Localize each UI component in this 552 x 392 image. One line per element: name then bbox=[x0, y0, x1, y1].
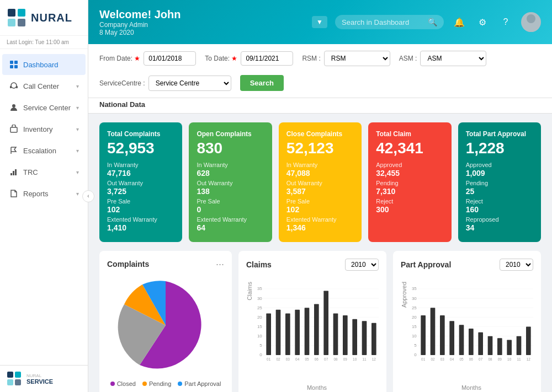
stat-title: Total Claim bbox=[376, 130, 443, 138]
stat-card-close-complaints: Close Complaints 52,123In Warranty 47,08… bbox=[279, 122, 362, 242]
service-centre-label: ServiceCentre : bbox=[99, 79, 145, 87]
stat-sub-label: Extented Warranty bbox=[286, 216, 354, 223]
stat-card-total-part-approval: Total Part Approval 1,228Approved 1,009P… bbox=[458, 122, 541, 242]
nural-service-logo-icon bbox=[7, 371, 22, 386]
svg-point-8 bbox=[11, 83, 17, 88]
svg-rect-10 bbox=[16, 86, 18, 88]
sidebar-item-call-center[interactable]: Call Center ▾ bbox=[2, 76, 86, 96]
role-label: Company Admin bbox=[99, 21, 181, 29]
svg-text:10: 10 bbox=[257, 334, 262, 339]
stat-sub-value: 34 bbox=[466, 223, 533, 232]
chevron-down-icon-5: ▾ bbox=[76, 169, 79, 175]
legend-dot bbox=[110, 382, 115, 386]
stat-main-value: 1,228 bbox=[466, 140, 533, 157]
sidebar-item-inventory[interactable]: Inventory ▾ bbox=[2, 119, 86, 139]
svg-rect-9 bbox=[10, 86, 12, 88]
sidebar-item-trc[interactable]: TRC ▾ bbox=[2, 162, 86, 182]
bar bbox=[449, 321, 454, 355]
bar bbox=[323, 291, 328, 355]
claims-chart-card: Claims 2010 Claims 0 5 10 15 20 25 30 35… bbox=[238, 251, 386, 392]
svg-text:04: 04 bbox=[295, 357, 300, 361]
bar bbox=[431, 308, 436, 355]
logo-text: NURAL bbox=[31, 12, 72, 24]
stat-sub-value: 1,009 bbox=[466, 169, 533, 178]
svg-rect-0 bbox=[8, 9, 15, 17]
sidebar-item-service-center[interactable]: Service Center ▾ bbox=[2, 97, 86, 118]
charts-row: Complaints ··· Clo bbox=[99, 251, 541, 392]
stat-sub-label: Pre Sale bbox=[107, 198, 174, 205]
service-centre-select[interactable]: Service Centre bbox=[148, 76, 231, 91]
claims-year-select[interactable]: 2010 bbox=[345, 259, 379, 271]
rsm-select[interactable]: RSM bbox=[324, 51, 390, 66]
help-question-icon[interactable]: ? bbox=[498, 14, 513, 30]
stat-sub-value: 160 bbox=[466, 205, 533, 214]
svg-rect-5 bbox=[14, 61, 18, 64]
file-icon bbox=[9, 189, 19, 198]
claims-bar-svg: 0 5 10 15 20 25 30 35 010203040506070809… bbox=[255, 276, 379, 381]
stat-sub-label: Extented Warranty bbox=[197, 216, 264, 223]
chevron-down-icon: ▾ bbox=[76, 83, 79, 89]
person-icon bbox=[9, 103, 19, 112]
sidebar-toggle-button[interactable]: ‹ bbox=[82, 190, 94, 202]
stats-row: Total Complaints 52,953In Warranty 47,71… bbox=[99, 122, 541, 242]
svg-text:0: 0 bbox=[414, 352, 417, 357]
svg-text:07: 07 bbox=[479, 357, 483, 361]
complaints-chart-header: Complaints ··· bbox=[107, 259, 224, 270]
svg-rect-14 bbox=[13, 171, 14, 175]
svg-rect-16 bbox=[7, 372, 13, 378]
stat-sub-value: 3,725 bbox=[107, 187, 174, 196]
svg-text:02: 02 bbox=[276, 357, 280, 361]
settings-gear-icon[interactable]: ⚙ bbox=[475, 14, 490, 30]
svg-text:10: 10 bbox=[507, 357, 512, 361]
search-icon: 🔍 bbox=[428, 18, 437, 26]
nural-logo-icon bbox=[7, 8, 26, 28]
dropdown-button[interactable]: ▼ bbox=[312, 16, 327, 28]
stat-sub-label: In Warranty bbox=[197, 162, 264, 168]
stat-title: Open Complaints bbox=[197, 130, 264, 138]
svg-text:20: 20 bbox=[257, 315, 262, 320]
dashboard-body: Total Complaints 52,953In Warranty 47,71… bbox=[88, 114, 552, 392]
notification-bell-icon[interactable]: 🔔 bbox=[452, 14, 467, 30]
svg-text:05: 05 bbox=[459, 357, 464, 361]
box-icon bbox=[9, 124, 19, 134]
stat-main-value: 52,953 bbox=[107, 140, 174, 157]
bar bbox=[314, 304, 319, 355]
svg-text:08: 08 bbox=[333, 357, 338, 361]
to-date-input[interactable] bbox=[241, 51, 293, 66]
from-date-group: From Date: ★ bbox=[99, 51, 196, 66]
part-approval-year-select[interactable]: 2010 bbox=[500, 259, 533, 271]
part-approval-chart-area: 0 5 10 15 20 25 30 35 010203040506070809… bbox=[410, 276, 533, 391]
stat-sub-label: Reject bbox=[376, 198, 443, 205]
bar bbox=[507, 340, 512, 355]
complaints-chart-more[interactable]: ··· bbox=[216, 259, 224, 270]
user-avatar[interactable] bbox=[521, 12, 541, 32]
sidebar-item-label-dashboard: Dashboard bbox=[23, 61, 79, 69]
stat-sub-label: Pre Sale bbox=[197, 198, 264, 205]
stat-sub-label: In Warranty bbox=[107, 162, 174, 168]
bar bbox=[517, 336, 522, 355]
svg-text:20: 20 bbox=[412, 315, 417, 320]
svg-text:5: 5 bbox=[259, 343, 262, 348]
sidebar-item-escalation[interactable]: Escalation ▾ bbox=[2, 140, 86, 161]
svg-text:15: 15 bbox=[257, 324, 262, 329]
sidebar-item-label-call-center: Call Center bbox=[23, 82, 72, 90]
svg-text:03: 03 bbox=[440, 357, 445, 361]
sidebar-item-dashboard[interactable]: Dashboard bbox=[2, 54, 86, 75]
bar bbox=[478, 332, 483, 355]
from-date-input[interactable] bbox=[144, 51, 196, 66]
stat-sub-label: Out Warranty bbox=[286, 180, 354, 186]
header-search-input[interactable] bbox=[342, 18, 424, 26]
header-search-box: 🔍 bbox=[335, 15, 444, 29]
stat-sub-value: 102 bbox=[286, 205, 354, 214]
stat-sub-label: Approved bbox=[376, 162, 443, 168]
svg-rect-12 bbox=[10, 127, 17, 132]
sidebar-item-reports[interactable]: Reports ▾ bbox=[2, 183, 86, 204]
header-right: ▼ 🔍 🔔 ⚙ ? bbox=[312, 12, 541, 32]
search-button[interactable]: Search bbox=[240, 75, 284, 91]
asm-select[interactable]: ASM bbox=[420, 51, 486, 66]
chevron-down-icon-3: ▾ bbox=[76, 126, 79, 132]
part-approval-x-label: Months bbox=[410, 384, 533, 391]
svg-text:05: 05 bbox=[305, 357, 309, 361]
bar bbox=[295, 310, 300, 355]
to-date-label: To Date: ★ bbox=[205, 55, 237, 62]
